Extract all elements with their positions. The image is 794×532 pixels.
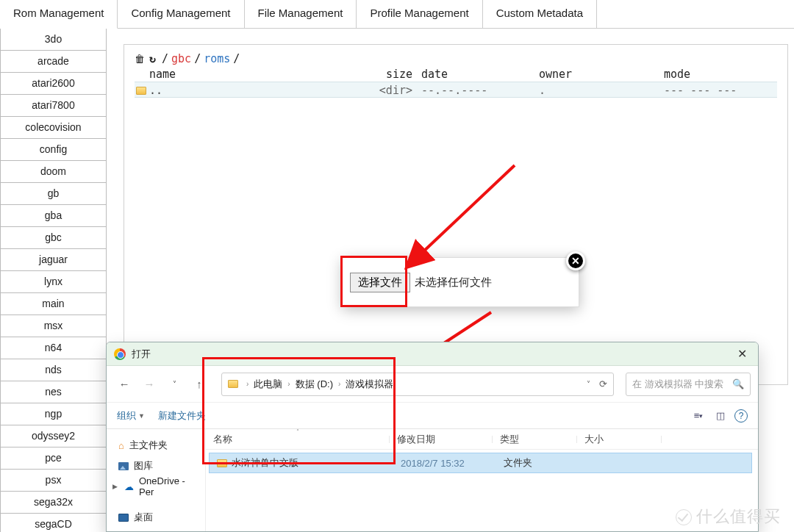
sidebar-item-sega32x[interactable]: sega32x	[0, 492, 107, 514]
sidebar-item-n64[interactable]: n64	[0, 337, 107, 359]
crumb-this-pc[interactable]: 此电脑	[251, 378, 285, 391]
row-owner: .	[539, 82, 664, 98]
folder-icon	[228, 380, 238, 388]
sidebar-item-colecovision[interactable]: colecovision	[0, 117, 107, 139]
sidebar-item-pce[interactable]: pce	[0, 447, 107, 470]
sidebar-item-psx[interactable]: psx	[0, 470, 107, 492]
sidebar-item-jaguar[interactable]: jaguar	[0, 249, 107, 271]
search-icon: 🔍	[732, 378, 744, 389]
nav-recent-button[interactable]: ˅	[164, 374, 185, 395]
path-seg-roms[interactable]: roms	[204, 52, 230, 65]
sidebar-item-arcade[interactable]: arcade	[0, 51, 107, 73]
row-name: ..	[149, 82, 162, 98]
path-seg-gbc[interactable]: gbc	[171, 52, 191, 65]
choose-file-button[interactable]: 选择文件	[350, 273, 410, 292]
sidebar-item-nes[interactable]: nes	[0, 381, 107, 403]
sidebar-item-3do[interactable]: 3do	[0, 29, 107, 51]
tab-config-management[interactable]: Config Management	[118, 0, 244, 29]
address-bar[interactable]: › 此电脑 › 数据 (D:) › 游戏模拟器 ˅⟳	[221, 373, 614, 396]
side-gallery[interactable]: 图库	[110, 456, 202, 476]
dialog-sidebar: ⌂主文件夹 图库 ▶☁OneDrive - Per 桌面	[107, 429, 206, 531]
refresh-icon[interactable]: ↻	[149, 52, 156, 65]
dialog-title-text: 打开	[132, 348, 151, 361]
sidebar-item-atari2600[interactable]: atari2600	[0, 73, 107, 95]
tab-file-management[interactable]: File Management	[245, 0, 357, 29]
dialog-columns-header: ˄名称 修改日期 类型 大小	[206, 429, 758, 450]
sidebar-item-odyssey2[interactable]: odyssey2	[0, 425, 107, 447]
close-chooser-button[interactable]: ✕	[566, 251, 585, 270]
address-refresh-icon[interactable]: ⟳	[599, 378, 607, 389]
os-open-dialog: 打开 ✕ ← → ˅ ↑ › 此电脑 › 数据 (D:) › 游戏模拟器 ˅⟳ …	[106, 342, 759, 532]
chrome-icon	[114, 348, 126, 360]
dialog-file-row[interactable]: 水浒神兽中文版 2018/2/7 15:32 文件夹	[209, 453, 752, 473]
trash-icon[interactable]: 🗑	[135, 53, 145, 65]
nav-back-button[interactable]: ←	[114, 374, 135, 395]
col-mode[interactable]: mode	[664, 68, 759, 81]
crumb-drive-d[interactable]: 数据 (D:)	[293, 378, 336, 391]
col-date[interactable]: date	[421, 68, 539, 81]
side-home[interactable]: ⌂主文件夹	[110, 435, 202, 456]
dialog-toolbar: 组织 ▼ 新建文件夹 ≡ ▾ ◫ ?	[107, 403, 758, 429]
nav-forward-button[interactable]: →	[139, 374, 160, 395]
desktop-icon	[118, 514, 129, 522]
choose-file-status: 未选择任何文件	[415, 276, 492, 290]
tab-rom-management[interactable]: Rom Management	[0, 0, 118, 29]
view-list-icon[interactable]: ≡ ▾	[690, 408, 707, 424]
side-desktop[interactable]: 桌面	[110, 507, 202, 528]
dialog-file-list: ˄名称 修改日期 类型 大小 水浒神兽中文版 2018/2/7 15:32 文件…	[206, 429, 758, 531]
dialog-titlebar: 打开 ✕	[107, 342, 758, 366]
crumb-folder[interactable]: 游戏模拟器	[343, 378, 396, 391]
nav-up-button[interactable]: ↑	[189, 374, 210, 395]
file-browser-panel: 🗑 ↻ /gbc/roms/ name size date owner mode…	[124, 44, 788, 385]
folder-icon	[217, 459, 227, 467]
oscol-name[interactable]: ˄名称	[206, 433, 390, 446]
col-name[interactable]: name	[135, 68, 362, 81]
row-date: --.--.----	[421, 82, 539, 98]
sidebar-item-nds[interactable]: nds	[0, 359, 107, 381]
oscol-date[interactable]: 修改日期	[390, 433, 493, 446]
sidebar-item-config[interactable]: config	[0, 139, 107, 161]
search-placeholder: 在 游戏模拟器 中搜索	[632, 378, 723, 391]
oscol-size[interactable]: 大小	[577, 433, 662, 446]
row-mode: --- --- ---	[664, 82, 759, 98]
sidebar-item-atari7800[interactable]: atari7800	[0, 95, 107, 117]
address-dropdown-icon[interactable]: ˅	[587, 380, 590, 388]
sidebar-item-main[interactable]: main	[0, 293, 107, 315]
col-owner[interactable]: owner	[539, 68, 664, 81]
file-row-parent[interactable]: .. <dir> --.--.---- . --- --- ---	[135, 82, 777, 98]
sidebar-item-gb[interactable]: gb	[0, 183, 107, 205]
oscol-type[interactable]: 类型	[493, 433, 577, 446]
sidebar-item-ngp[interactable]: ngp	[0, 403, 107, 425]
sidebar-item-segacd[interactable]: segaCD	[0, 514, 107, 532]
home-icon: ⌂	[118, 440, 124, 451]
dialog-nav-bar: ← → ˅ ↑ › 此电脑 › 数据 (D:) › 游戏模拟器 ˅⟳ 在 游戏模…	[107, 366, 758, 403]
dialog-close-button[interactable]: ✕	[733, 347, 751, 361]
system-sidebar: 3do arcade atari2600 atari7800 colecovis…	[0, 29, 107, 532]
item-date: 2018/2/7 15:32	[393, 458, 496, 469]
top-tabs: Rom Management Config Management File Ma…	[0, 0, 794, 29]
help-icon[interactable]: ?	[734, 409, 748, 423]
side-onedrive[interactable]: ▶☁OneDrive - Per	[110, 476, 202, 497]
file-chooser-popup: 选择文件 未选择任何文件 ✕	[342, 257, 579, 307]
path-bar: 🗑 ↻ /gbc/roms/	[135, 52, 777, 65]
tab-custom-metadata[interactable]: Custom Metadata	[483, 0, 597, 29]
view-preview-icon[interactable]: ◫	[712, 408, 729, 424]
folder-icon	[136, 87, 146, 95]
tab-profile-management[interactable]: Profile Management	[357, 0, 482, 29]
item-name: 水浒神兽中文版	[232, 456, 298, 470]
sidebar-item-doom[interactable]: doom	[0, 161, 107, 183]
row-size: <dir>	[362, 82, 421, 98]
sidebar-item-gba[interactable]: gba	[0, 205, 107, 227]
sidebar-item-msx[interactable]: msx	[0, 315, 107, 337]
item-type: 文件夹	[496, 456, 581, 470]
dialog-search-box[interactable]: 在 游戏模拟器 中搜索 🔍	[626, 373, 751, 396]
file-columns-header: name size date owner mode	[135, 68, 777, 81]
organize-button[interactable]: 组织 ▼	[117, 409, 145, 423]
sidebar-item-gbc[interactable]: gbc	[0, 227, 107, 249]
new-folder-button[interactable]: 新建文件夹	[158, 409, 206, 423]
expand-icon[interactable]: ▶	[112, 483, 118, 490]
col-size[interactable]: size	[362, 68, 421, 81]
sidebar-item-lynx[interactable]: lynx	[0, 271, 107, 293]
cloud-icon: ☁	[124, 481, 134, 492]
gallery-icon	[118, 462, 129, 470]
